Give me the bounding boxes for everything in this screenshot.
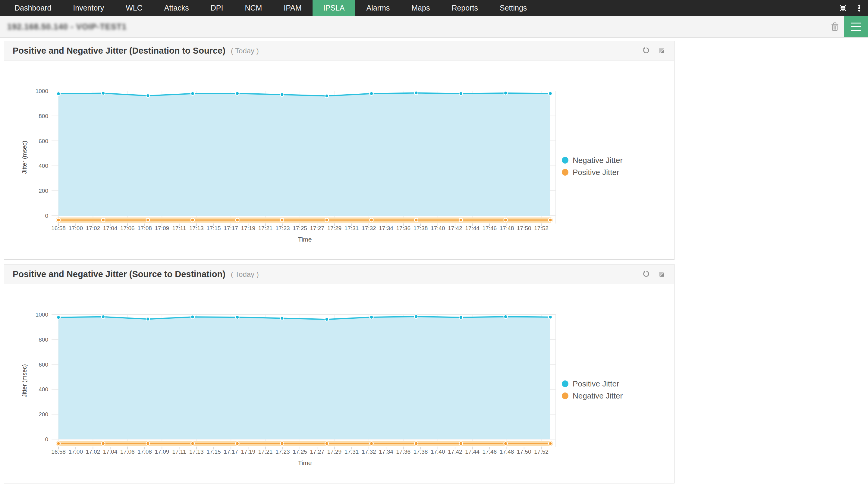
svg-text:17:48: 17:48 (500, 225, 514, 231)
svg-text:600: 600 (39, 361, 48, 368)
svg-text:17:11: 17:11 (172, 449, 186, 455)
panel-header: Positive and Negative Jitter (Source to … (4, 264, 674, 284)
svg-text:17:02: 17:02 (86, 449, 100, 455)
svg-text:17:32: 17:32 (362, 449, 376, 455)
resize-icon[interactable] (657, 47, 666, 55)
svg-text:17:46: 17:46 (482, 449, 497, 455)
nav-tab-attacks[interactable]: Attacks (153, 0, 200, 16)
panel-period-badge: ( Today ) (231, 270, 259, 279)
svg-text:17:08: 17:08 (137, 225, 152, 231)
svg-text:1000: 1000 (36, 88, 48, 94)
svg-text:17:29: 17:29 (327, 225, 342, 231)
hamburger-bar (851, 30, 861, 31)
y-axis-labels: 02004006008001000 (36, 88, 48, 219)
svg-text:17:04: 17:04 (103, 449, 117, 455)
svg-text:200: 200 (39, 188, 48, 194)
svg-text:17:34: 17:34 (379, 225, 393, 231)
nav-tab-reports[interactable]: Reports (441, 0, 489, 16)
svg-text:17:00: 17:00 (69, 225, 83, 231)
legend-label: Positive Jitter (573, 379, 620, 388)
legend-item-negative-jitter[interactable]: Negative Jitter (562, 154, 623, 166)
nav-tab-alarms[interactable]: Alarms (355, 0, 401, 16)
panel-actions (642, 270, 666, 279)
svg-text:17:42: 17:42 (448, 449, 462, 455)
series-positive-jitter (57, 218, 552, 222)
svg-text:17:40: 17:40 (431, 225, 445, 231)
legend-item-positive-jitter[interactable]: Positive Jitter (562, 378, 623, 390)
chart-legend: Positive JitterNegative Jitter (562, 378, 623, 402)
svg-text:1000: 1000 (36, 311, 48, 318)
svg-text:400: 400 (39, 386, 48, 393)
svg-text:17:40: 17:40 (431, 449, 445, 455)
svg-text:400: 400 (39, 163, 48, 169)
resize-icon[interactable] (657, 270, 666, 279)
nav-tab-ipam[interactable]: IPAM (273, 0, 312, 16)
kebab-menu-icon[interactable] (855, 4, 864, 13)
nav-tab-settings[interactable]: Settings (489, 0, 538, 16)
svg-text:17:06: 17:06 (120, 225, 135, 231)
chart-legend: Negative JitterPositive Jitter (562, 154, 623, 178)
svg-text:17:25: 17:25 (293, 449, 307, 455)
nav-tab-ipsla[interactable]: IPSLA (313, 0, 356, 16)
svg-text:17:19: 17:19 (241, 449, 256, 455)
refresh-icon[interactable] (642, 47, 650, 55)
chart-panel-source-to-destination: Positive and Negative Jitter (Source to … (4, 264, 675, 483)
hamburger-bar (851, 23, 861, 23)
legend-dot (562, 169, 568, 176)
panel-header: Positive and Negative Jitter (Destinatio… (4, 41, 674, 61)
svg-text:0: 0 (45, 436, 48, 442)
x-axis-labels: 16:5817:0017:0217:0417:0617:0817:0917:11… (51, 225, 549, 231)
svg-text:17:21: 17:21 (258, 225, 273, 231)
nav-tab-dashboard[interactable]: Dashboard (4, 0, 62, 16)
chart-area: 0200400600800100016:5817:0017:0217:0417:… (4, 284, 674, 483)
svg-text:17:23: 17:23 (275, 225, 290, 231)
trash-icon[interactable] (830, 21, 840, 32)
svg-text:800: 800 (39, 337, 48, 343)
hamburger-menu-button[interactable] (844, 16, 868, 37)
svg-text:600: 600 (39, 138, 48, 144)
refresh-icon[interactable] (642, 270, 650, 279)
svg-text:17:13: 17:13 (189, 225, 204, 231)
svg-text:17:09: 17:09 (155, 225, 169, 231)
svg-text:17:25: 17:25 (293, 225, 307, 231)
legend-label: Negative Jitter (573, 156, 623, 165)
nav-tab-dpi[interactable]: DPI (200, 0, 234, 16)
legend-dot (562, 380, 568, 387)
svg-text:16:58: 16:58 (51, 225, 66, 231)
svg-text:17:31: 17:31 (345, 449, 359, 455)
legend-label: Negative Jitter (573, 391, 623, 401)
svg-text:17:06: 17:06 (120, 449, 135, 455)
svg-text:17:29: 17:29 (327, 449, 342, 455)
legend-item-negative-jitter[interactable]: Negative Jitter (562, 390, 623, 402)
nav-tab-wlc[interactable]: WLC (115, 0, 153, 16)
legend-dot (562, 393, 568, 399)
nav-tab-inventory[interactable]: Inventory (62, 0, 115, 16)
nav-tab-maps[interactable]: Maps (401, 0, 441, 16)
svg-text:17:52: 17:52 (534, 449, 549, 455)
svg-text:17:15: 17:15 (206, 449, 221, 455)
svg-text:17:36: 17:36 (396, 449, 411, 455)
chart-area: 0200400600800100016:5817:0017:0217:0417:… (4, 61, 674, 259)
svg-text:17:09: 17:09 (155, 449, 169, 455)
collapse-icon[interactable] (838, 4, 848, 13)
legend-dot (562, 157, 568, 164)
svg-text:17:32: 17:32 (362, 225, 376, 231)
svg-text:17:11: 17:11 (172, 225, 186, 231)
nav-tab-ncm[interactable]: NCM (234, 0, 273, 16)
svg-text:17:44: 17:44 (465, 225, 480, 231)
legend-item-positive-jitter[interactable]: Positive Jitter (562, 166, 623, 178)
panel-title: Positive and Negative Jitter (Destinatio… (13, 46, 225, 56)
svg-text:200: 200 (39, 411, 48, 417)
svg-text:17:04: 17:04 (103, 225, 117, 231)
svg-text:16:58: 16:58 (51, 449, 66, 455)
svg-text:17:50: 17:50 (517, 225, 531, 231)
svg-text:17:08: 17:08 (137, 449, 152, 455)
navbar-right-actions (838, 0, 868, 16)
svg-text:17:19: 17:19 (241, 225, 256, 231)
x-axis-title: Time (298, 236, 312, 243)
panel-period-badge: ( Today ) (231, 47, 259, 55)
top-navbar: DashboardInventoryWLCAttacksDPINCMIPAMIP… (0, 0, 868, 16)
svg-text:17:27: 17:27 (310, 225, 324, 231)
svg-text:17:13: 17:13 (189, 449, 204, 455)
svg-text:17:02: 17:02 (86, 225, 100, 231)
